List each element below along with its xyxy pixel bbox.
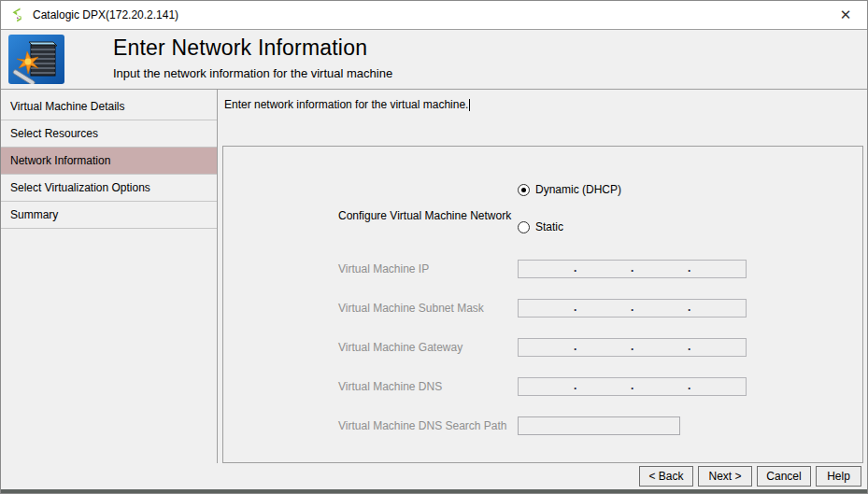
radio-unselected-icon <box>518 221 530 233</box>
text-cursor <box>469 99 470 111</box>
window-title: Catalogic DPX(172.20.2.141) <box>33 8 178 21</box>
main-content: Enter network information for the virtua… <box>218 90 867 463</box>
radio-dynamic-label: Dynamic (DHCP) <box>535 183 621 196</box>
radio-selected-icon <box>518 184 530 196</box>
network-form-panel: Dynamic (DHCP) Configure Virtual Machine… <box>222 146 863 463</box>
wizard-window: Catalogic DPX(172.20.2.141) ✕ <box>0 0 868 494</box>
bottom-accent-strip <box>1 489 867 493</box>
field-row-vm-subnet-mask: Virtual Machine Subnet Mask <box>223 299 862 319</box>
radio-row-dynamic: Dynamic (DHCP) <box>223 182 862 203</box>
field-row-vm-dns-search-path: Virtual Machine DNS Search Path <box>223 416 862 437</box>
field-row-vm-dns: Virtual Machine DNS <box>223 377 862 398</box>
radio-row-static: Static <box>223 219 862 240</box>
close-button[interactable]: ✕ <box>824 1 867 29</box>
vm-ip-label: Virtual Machine IP <box>338 260 511 278</box>
vm-dns-input[interactable] <box>518 377 747 396</box>
info-textarea[interactable]: Enter network information for the virtua… <box>218 90 867 111</box>
vm-dns-search-path-input[interactable] <box>518 416 680 435</box>
sidebar-item-summary[interactable]: Summary <box>1 202 217 229</box>
vm-gateway-label: Virtual Machine Gateway <box>338 338 511 357</box>
radio-static[interactable]: Static <box>518 219 563 234</box>
wizard-steps-sidebar: Virtual Machine Details Select Resources… <box>1 90 218 463</box>
vm-ip-input[interactable] <box>518 260 747 278</box>
page-subtitle: Input the network information for the vi… <box>113 66 392 80</box>
field-row-vm-gateway: Virtual Machine Gateway <box>223 338 862 359</box>
vm-dns-label: Virtual Machine DNS <box>338 377 511 396</box>
vm-gateway-input[interactable] <box>518 338 747 357</box>
button-bar: < Back Next > Cancel Help <box>1 463 867 489</box>
vm-subnet-mask-label: Virtual Machine Subnet Mask <box>338 299 511 318</box>
vm-dns-search-path-label: Virtual Machine DNS Search Path <box>338 416 511 435</box>
catalogic-logo-icon <box>9 7 24 22</box>
sidebar-item-virtual-machine-details[interactable]: Virtual Machine Details <box>1 93 217 120</box>
page-title: Enter Network Information <box>113 35 392 61</box>
sidebar-item-network-information[interactable]: Network Information <box>1 148 217 175</box>
cancel-button[interactable]: Cancel <box>757 466 811 487</box>
sidebar-item-select-virtualization-options[interactable]: Select Virtualization Options <box>1 175 217 202</box>
sidebar-item-select-resources[interactable]: Select Resources <box>1 120 217 148</box>
radio-static-label: Static <box>535 220 563 233</box>
info-text: Enter network information for the virtua… <box>224 98 468 111</box>
wizard-icon <box>8 35 64 84</box>
vm-subnet-mask-input[interactable] <box>518 299 747 318</box>
back-button[interactable]: < Back <box>639 466 693 487</box>
field-row-vm-ip: Virtual Machine IP <box>223 260 862 280</box>
help-button[interactable]: Help <box>816 466 861 487</box>
title-bar[interactable]: Catalogic DPX(172.20.2.141) ✕ <box>1 1 867 29</box>
next-button[interactable]: Next > <box>698 466 752 487</box>
radio-dynamic-dhcp[interactable]: Dynamic (DHCP) <box>518 182 621 197</box>
wizard-header: Enter Network Information Input the netw… <box>1 29 867 90</box>
